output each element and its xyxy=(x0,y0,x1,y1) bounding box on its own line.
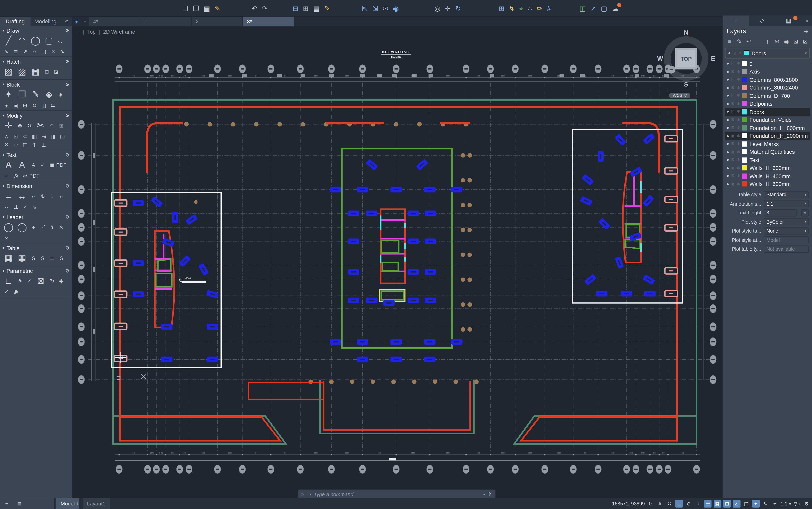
edit-block-tool-icon[interactable]: ✎ xyxy=(29,89,41,100)
attribute-display-tool-icon[interactable]: ◫ xyxy=(40,102,47,109)
multileader-edit-tool-icon[interactable]: ◯ xyxy=(16,221,28,233)
freeze-icon[interactable]: ❄ xyxy=(737,77,740,82)
layer-on-icon[interactable]: ● xyxy=(727,77,729,82)
table-export-tool-icon[interactable]: S xyxy=(39,254,47,262)
spline-tool-icon[interactable]: ∿ xyxy=(59,47,66,55)
print-icon[interactable]: ⊟ xyxy=(293,4,298,12)
open-file-icon[interactable]: ❐ xyxy=(193,4,199,12)
lock-icon[interactable]: ⊠ xyxy=(731,166,735,170)
layer-on-icon[interactable]: ● xyxy=(727,93,729,98)
copy-tool-icon[interactable]: ⊚ xyxy=(16,122,24,129)
compass-east[interactable]: E xyxy=(711,55,715,62)
file-tab-2[interactable]: 2 xyxy=(191,16,243,27)
gear-icon[interactable]: ⚙ xyxy=(65,214,69,219)
show-constraints-tool-icon[interactable]: ✓ xyxy=(25,277,33,285)
property-dropdown[interactable]: ByColor▾ xyxy=(764,218,809,226)
section-header[interactable]: ▾Draw⚙ xyxy=(0,26,72,34)
fillet-tool-icon[interactable]: ◠ xyxy=(48,122,56,129)
dimension-edit-tool-icon[interactable]: ↔ xyxy=(16,190,28,202)
sheet-sets-tab[interactable]: ▦ xyxy=(775,15,802,26)
layer-lock-icon[interactable]: ⊠ xyxy=(792,38,799,45)
freeze-icon[interactable]: ❄ xyxy=(737,149,740,154)
view-cube-knob[interactable] xyxy=(668,66,675,73)
redo-icon[interactable]: ↷ xyxy=(262,4,268,12)
drawing-settings-icon[interactable]: # xyxy=(547,4,551,12)
property-dropdown[interactable]: None▾ xyxy=(764,227,809,235)
spell-check-tool-icon[interactable]: ✓ xyxy=(39,161,47,169)
layer-color-swatch[interactable] xyxy=(742,149,747,155)
freeze-icon[interactable]: ❄ xyxy=(737,126,740,130)
hatch-region-tool-icon[interactable]: ◪ xyxy=(52,68,60,75)
ellipse-tool-icon[interactable]: ◌ xyxy=(31,47,38,55)
layer-on-icon[interactable]: ● xyxy=(727,166,729,170)
insert-block-tool-icon[interactable]: ✦ xyxy=(3,89,14,100)
layer-color-swatch[interactable] xyxy=(742,109,747,114)
hatch-display-icon[interactable]: ▦ xyxy=(714,500,721,507)
command-input[interactable]: Type a command xyxy=(314,491,481,497)
multileader-tool-icon[interactable]: ◯ xyxy=(3,221,14,233)
freeze-icon[interactable]: ❄ xyxy=(737,158,740,162)
layer-color-swatch[interactable] xyxy=(744,50,749,56)
new-file-icon[interactable]: ❏ xyxy=(182,4,188,12)
offset-tool-icon[interactable]: ⊂ xyxy=(21,133,29,140)
layer-row[interactable]: ●⊠❄Columns_800x1800 xyxy=(725,76,810,84)
tab-drafting[interactable]: Drafting xyxy=(0,16,30,26)
command-share-icon[interactable]: ↥ xyxy=(488,491,492,497)
layer-on-icon[interactable]: ● xyxy=(727,109,729,114)
section-header[interactable]: ▾Leader⚙ xyxy=(0,212,72,220)
scale-tool-icon[interactable]: ▢ xyxy=(59,133,66,140)
layer-undo-icon[interactable]: ↶ xyxy=(745,38,752,45)
collapse-caret-icon[interactable]: ▾ xyxy=(3,152,4,157)
layer-freeze-icon[interactable]: ❄ xyxy=(773,38,781,45)
section-header[interactable]: ▾Text⚙ xyxy=(0,150,72,158)
lock-icon[interactable]: ⊠ xyxy=(731,134,735,138)
dimension-check-tool-icon[interactable]: ✓ xyxy=(21,203,29,210)
find-text-tool-icon[interactable]: ◎ xyxy=(12,172,20,179)
orbit-icon[interactable]: ↻ xyxy=(455,4,461,12)
layer-color-swatch[interactable] xyxy=(742,85,747,90)
new-drawing-button[interactable]: + xyxy=(81,16,89,27)
auto-constrain-tool-icon[interactable]: ⚑ xyxy=(16,277,24,285)
layer-on-icon[interactable]: ● xyxy=(727,181,729,186)
gear-icon[interactable]: ⚙ xyxy=(65,268,69,273)
lock-icon[interactable]: ⊠ xyxy=(731,86,735,90)
gear-icon[interactable]: ⚙ xyxy=(65,113,69,118)
hatch-edit-tool-icon[interactable]: ▨ xyxy=(16,66,28,78)
etransmit-icon[interactable]: ✉ xyxy=(383,4,388,12)
file-tab-1[interactable]: 1 xyxy=(140,16,191,27)
rectangle-tool-icon[interactable]: ▢ xyxy=(43,35,55,47)
select-similar-tool-icon[interactable]: ⊡ xyxy=(12,133,20,140)
layer-color-swatch[interactable] xyxy=(742,117,747,122)
save-as-icon[interactable]: ✎ xyxy=(215,4,220,12)
section-header[interactable]: ▾Table⚙ xyxy=(0,243,72,251)
property-dropdown[interactable]: Standard▾ xyxy=(764,191,809,198)
3d-align-tool-icon[interactable]: ◨ xyxy=(49,133,57,140)
layers-tab[interactable]: ≡ xyxy=(723,15,749,26)
center-mark-tool-icon[interactable]: ⊕ xyxy=(39,193,47,200)
freeze-icon[interactable]: ❄ xyxy=(737,117,740,122)
layer-row[interactable]: ●⊠❄Axis xyxy=(725,68,810,76)
layer-color-swatch[interactable] xyxy=(742,157,747,162)
layer-color-swatch[interactable] xyxy=(742,61,747,66)
dynamic-input-icon[interactable]: ∠ xyxy=(733,500,740,507)
dimension-tool-icon[interactable]: ↔ xyxy=(3,190,14,202)
selection-cycling-icon[interactable]: ⊡ xyxy=(723,500,731,507)
layer-on-icon[interactable]: ● xyxy=(727,69,729,74)
chevron-down-icon[interactable]: ▾ xyxy=(805,229,806,233)
lock-icon[interactable]: ⊠ xyxy=(731,77,735,82)
layer-color-swatch[interactable] xyxy=(742,93,747,98)
section-header[interactable]: ▾Dimension⚙ xyxy=(0,181,72,189)
block-table-tool-icon[interactable]: ⊞ xyxy=(3,102,10,109)
polar-tracking-icon[interactable]: ⊘ xyxy=(685,500,693,507)
text-list-tool-icon[interactable]: ≣ xyxy=(48,161,56,169)
add-leader-tool-icon[interactable]: + xyxy=(29,224,37,231)
share-drawing-icon[interactable]: ↗ xyxy=(591,4,596,12)
layer-on-icon[interactable]: ● xyxy=(727,134,729,138)
compass-south[interactable]: S xyxy=(684,81,688,88)
cloud-storage-icon[interactable]: ☁ xyxy=(612,4,619,12)
layer-color-swatch[interactable] xyxy=(742,133,747,138)
constraint-cycle-tool-icon[interactable]: ↻ xyxy=(48,277,56,285)
view-cube-top-face[interactable]: TOP xyxy=(675,47,697,69)
quick-select-icon[interactable]: ↯ xyxy=(509,4,515,12)
file-tab-3[interactable]: 3* xyxy=(243,16,294,27)
